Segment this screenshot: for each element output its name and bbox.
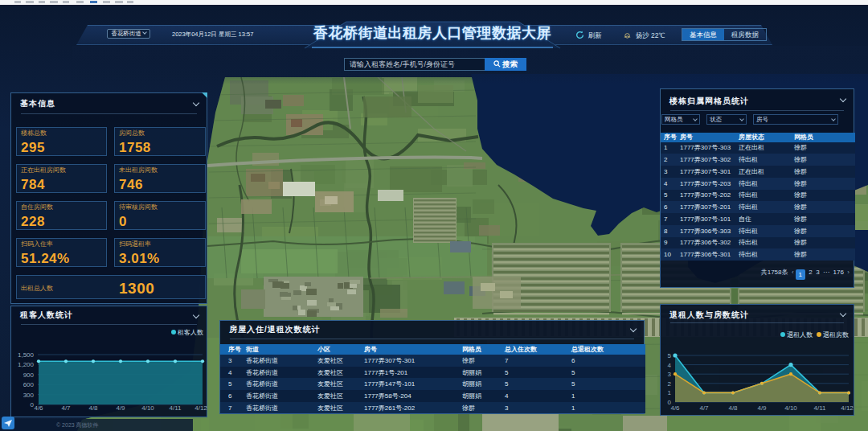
svg-text:4/10: 4/10 bbox=[784, 404, 797, 412]
svg-text:4/11: 4/11 bbox=[170, 404, 182, 412]
svg-text:4/7: 4/7 bbox=[61, 404, 71, 412]
svg-text:4/12: 4/12 bbox=[194, 404, 207, 412]
svg-text:4/7: 4/7 bbox=[699, 404, 709, 412]
svg-text:3: 3 bbox=[668, 371, 672, 378]
svg-text:4/11: 4/11 bbox=[814, 404, 827, 412]
svg-text:5: 5 bbox=[668, 352, 672, 359]
svg-text:4: 4 bbox=[668, 362, 672, 369]
svg-text:4/8: 4/8 bbox=[728, 404, 738, 412]
svg-text:4/8: 4/8 bbox=[88, 404, 98, 412]
svg-text:1,500: 1,500 bbox=[18, 351, 35, 359]
svg-text:1: 1 bbox=[668, 389, 672, 396]
svg-text:2: 2 bbox=[668, 380, 672, 388]
svg-text:4/12: 4/12 bbox=[841, 404, 854, 412]
svg-text:900: 900 bbox=[23, 371, 35, 379]
svg-text:4/10: 4/10 bbox=[141, 404, 154, 412]
svg-text:300: 300 bbox=[23, 392, 35, 399]
svg-text:4/6: 4/6 bbox=[34, 404, 43, 412]
svg-text:600: 600 bbox=[23, 381, 35, 388]
svg-text:4/9: 4/9 bbox=[757, 404, 767, 412]
svg-text:4/6: 4/6 bbox=[670, 404, 680, 412]
svg-text:1,200: 1,200 bbox=[18, 361, 35, 368]
svg-text:4/9: 4/9 bbox=[116, 404, 125, 412]
